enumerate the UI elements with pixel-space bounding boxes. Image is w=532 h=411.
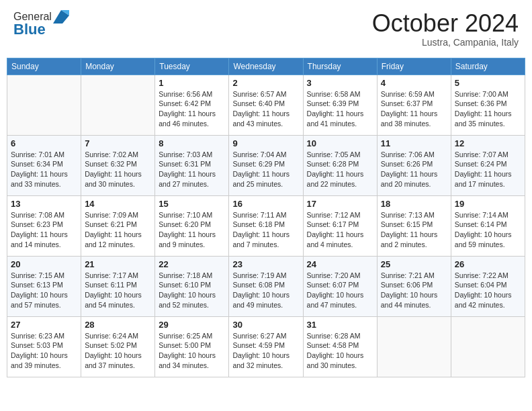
week-row-5: 27Sunrise: 6:23 AM Sunset: 5:03 PM Dayli… <box>7 316 525 377</box>
calendar-cell: 3Sunrise: 6:58 AM Sunset: 6:39 PM Daylig… <box>303 75 377 135</box>
calendar-cell: 9Sunrise: 7:04 AM Sunset: 6:29 PM Daylig… <box>229 135 303 195</box>
calendar-cell: 14Sunrise: 7:09 AM Sunset: 6:21 PM Dayli… <box>81 195 155 256</box>
day-number: 18 <box>381 199 447 209</box>
calendar-cell <box>81 75 155 135</box>
day-info: Sunrise: 7:17 AM Sunset: 6:11 PM Dayligh… <box>85 271 151 310</box>
weekday-header-thursday: Thursday <box>303 58 377 75</box>
day-number: 22 <box>159 259 225 269</box>
calendar-cell: 22Sunrise: 7:18 AM Sunset: 6:10 PM Dayli… <box>155 256 229 316</box>
day-number: 10 <box>307 138 373 148</box>
day-info: Sunrise: 7:07 AM Sunset: 6:24 PM Dayligh… <box>455 150 521 189</box>
week-row-2: 6Sunrise: 7:01 AM Sunset: 6:34 PM Daylig… <box>7 135 525 195</box>
calendar-cell: 21Sunrise: 7:17 AM Sunset: 6:11 PM Dayli… <box>81 256 155 316</box>
day-info: Sunrise: 7:10 AM Sunset: 6:20 PM Dayligh… <box>159 210 225 250</box>
week-row-3: 13Sunrise: 7:08 AM Sunset: 6:23 PM Dayli… <box>7 195 525 256</box>
calendar-cell: 2Sunrise: 6:57 AM Sunset: 6:40 PM Daylig… <box>229 75 303 135</box>
day-info: Sunrise: 7:09 AM Sunset: 6:21 PM Dayligh… <box>85 210 151 250</box>
day-info: Sunrise: 7:19 AM Sunset: 6:08 PM Dayligh… <box>232 271 299 310</box>
day-number: 26 <box>455 259 521 269</box>
day-number: 25 <box>381 259 447 269</box>
day-number: 17 <box>307 199 373 209</box>
calendar-cell: 12Sunrise: 7:07 AM Sunset: 6:24 PM Dayli… <box>451 135 525 195</box>
calendar-cell: 10Sunrise: 7:05 AM Sunset: 6:28 PM Dayli… <box>303 135 377 195</box>
calendar-cell: 1Sunrise: 6:56 AM Sunset: 6:42 PM Daylig… <box>155 75 229 135</box>
logo: General Blue <box>13 10 69 38</box>
day-info: Sunrise: 7:04 AM Sunset: 6:29 PM Dayligh… <box>232 150 299 189</box>
calendar-cell: 5Sunrise: 7:00 AM Sunset: 6:36 PM Daylig… <box>451 75 525 135</box>
calendar-cell: 26Sunrise: 7:22 AM Sunset: 6:04 PM Dayli… <box>451 256 525 316</box>
day-info: Sunrise: 7:05 AM Sunset: 6:28 PM Dayligh… <box>307 150 373 189</box>
calendar-cell: 20Sunrise: 7:15 AM Sunset: 6:13 PM Dayli… <box>7 256 81 316</box>
calendar-cell: 13Sunrise: 7:08 AM Sunset: 6:23 PM Dayli… <box>7 195 81 256</box>
day-info: Sunrise: 7:06 AM Sunset: 6:26 PM Dayligh… <box>381 150 447 189</box>
day-info: Sunrise: 7:08 AM Sunset: 6:23 PM Dayligh… <box>11 210 77 250</box>
calendar-cell: 29Sunrise: 6:25 AM Sunset: 5:00 PM Dayli… <box>155 316 229 377</box>
day-info: Sunrise: 6:27 AM Sunset: 4:59 PM Dayligh… <box>232 331 299 371</box>
calendar-cell: 7Sunrise: 7:02 AM Sunset: 6:32 PM Daylig… <box>81 135 155 195</box>
weekday-header-wednesday: Wednesday <box>229 58 303 75</box>
day-number: 21 <box>85 259 151 269</box>
day-info: Sunrise: 6:25 AM Sunset: 5:00 PM Dayligh… <box>159 331 225 371</box>
month-title: October 2024 <box>372 10 519 37</box>
day-info: Sunrise: 6:24 AM Sunset: 5:02 PM Dayligh… <box>85 331 151 371</box>
day-info: Sunrise: 7:12 AM Sunset: 6:17 PM Dayligh… <box>307 210 373 250</box>
day-number: 2 <box>232 78 299 88</box>
calendar-cell: 27Sunrise: 6:23 AM Sunset: 5:03 PM Dayli… <box>7 316 81 377</box>
day-info: Sunrise: 6:58 AM Sunset: 6:39 PM Dayligh… <box>307 89 373 129</box>
calendar-cell: 19Sunrise: 7:14 AM Sunset: 6:14 PM Dayli… <box>451 195 525 256</box>
calendar-cell <box>377 316 451 377</box>
day-info: Sunrise: 7:11 AM Sunset: 6:18 PM Dayligh… <box>232 210 299 250</box>
day-number: 28 <box>85 320 151 330</box>
day-info: Sunrise: 6:59 AM Sunset: 6:37 PM Dayligh… <box>381 89 447 129</box>
day-info: Sunrise: 7:15 AM Sunset: 6:13 PM Dayligh… <box>11 271 77 310</box>
day-number: 1 <box>159 78 225 88</box>
day-number: 6 <box>11 138 77 148</box>
day-number: 4 <box>381 78 447 88</box>
weekday-header-monday: Monday <box>81 58 155 75</box>
day-number: 20 <box>11 259 77 269</box>
calendar-cell: 17Sunrise: 7:12 AM Sunset: 6:17 PM Dayli… <box>303 195 377 256</box>
calendar-cell: 23Sunrise: 7:19 AM Sunset: 6:08 PM Dayli… <box>229 256 303 316</box>
calendar-cell: 6Sunrise: 7:01 AM Sunset: 6:34 PM Daylig… <box>7 135 81 195</box>
day-number: 13 <box>11 199 77 209</box>
weekday-header-row: SundayMondayTuesdayWednesdayThursdayFrid… <box>7 58 525 75</box>
calendar-cell: 30Sunrise: 6:27 AM Sunset: 4:59 PM Dayli… <box>229 316 303 377</box>
day-number: 31 <box>307 320 373 330</box>
calendar-cell: 24Sunrise: 7:20 AM Sunset: 6:07 PM Dayli… <box>303 256 377 316</box>
calendar-cell <box>7 75 81 135</box>
day-info: Sunrise: 7:21 AM Sunset: 6:06 PM Dayligh… <box>381 271 447 310</box>
day-info: Sunrise: 6:57 AM Sunset: 6:40 PM Dayligh… <box>232 89 299 129</box>
weekday-header-tuesday: Tuesday <box>155 58 229 75</box>
day-number: 9 <box>232 138 299 148</box>
calendar-cell: 16Sunrise: 7:11 AM Sunset: 6:18 PM Dayli… <box>229 195 303 256</box>
title-block: October 2024 Lustra, Campania, Italy <box>372 10 519 48</box>
weekday-header-saturday: Saturday <box>451 58 525 75</box>
day-number: 27 <box>11 320 77 330</box>
day-number: 19 <box>455 199 521 209</box>
day-info: Sunrise: 6:23 AM Sunset: 5:03 PM Dayligh… <box>11 331 77 371</box>
day-info: Sunrise: 7:14 AM Sunset: 6:14 PM Dayligh… <box>455 210 521 250</box>
day-number: 12 <box>455 138 521 148</box>
day-info: Sunrise: 7:20 AM Sunset: 6:07 PM Dayligh… <box>307 271 373 310</box>
page-header: General Blue October 2024 Lustra, Campan… <box>7 7 525 51</box>
calendar-cell: 4Sunrise: 6:59 AM Sunset: 6:37 PM Daylig… <box>377 75 451 135</box>
day-info: Sunrise: 7:22 AM Sunset: 6:04 PM Dayligh… <box>455 271 521 310</box>
day-info: Sunrise: 7:13 AM Sunset: 6:15 PM Dayligh… <box>381 210 447 250</box>
calendar-cell: 25Sunrise: 7:21 AM Sunset: 6:06 PM Dayli… <box>377 256 451 316</box>
day-info: Sunrise: 6:56 AM Sunset: 6:42 PM Dayligh… <box>159 89 225 129</box>
day-info: Sunrise: 7:03 AM Sunset: 6:31 PM Dayligh… <box>159 150 225 189</box>
calendar-cell: 18Sunrise: 7:13 AM Sunset: 6:15 PM Dayli… <box>377 195 451 256</box>
day-number: 29 <box>159 320 225 330</box>
calendar-cell <box>451 316 525 377</box>
day-number: 30 <box>232 320 299 330</box>
day-number: 15 <box>159 199 225 209</box>
day-info: Sunrise: 7:00 AM Sunset: 6:36 PM Dayligh… <box>455 89 521 129</box>
day-number: 5 <box>455 78 521 88</box>
day-number: 11 <box>381 138 447 148</box>
day-info: Sunrise: 6:28 AM Sunset: 4:58 PM Dayligh… <box>307 331 373 371</box>
day-number: 8 <box>159 138 225 148</box>
weekday-header-friday: Friday <box>377 58 451 75</box>
calendar-cell: 8Sunrise: 7:03 AM Sunset: 6:31 PM Daylig… <box>155 135 229 195</box>
day-number: 24 <box>307 259 373 269</box>
logo-icon <box>53 10 69 24</box>
